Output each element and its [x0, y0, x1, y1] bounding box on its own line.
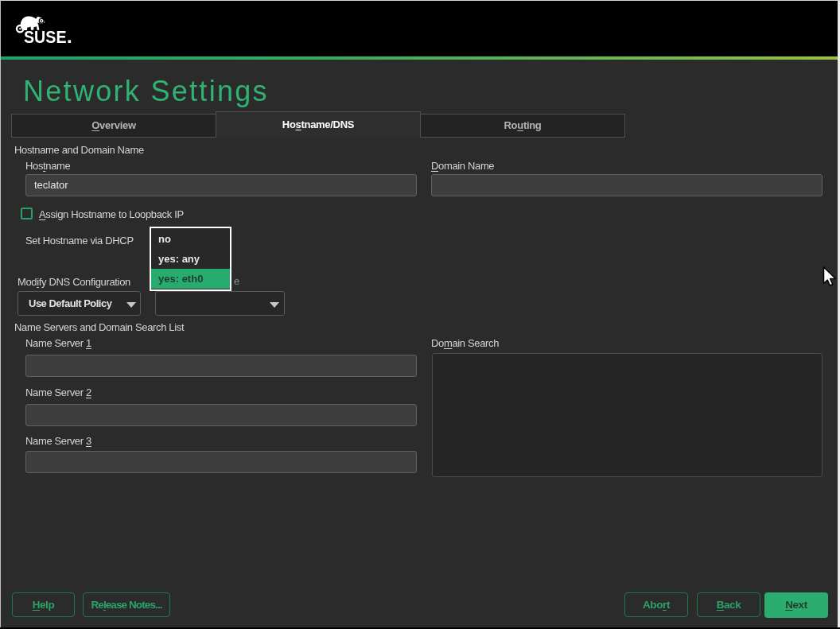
svg-text:SUSE: SUSE	[24, 28, 67, 46]
